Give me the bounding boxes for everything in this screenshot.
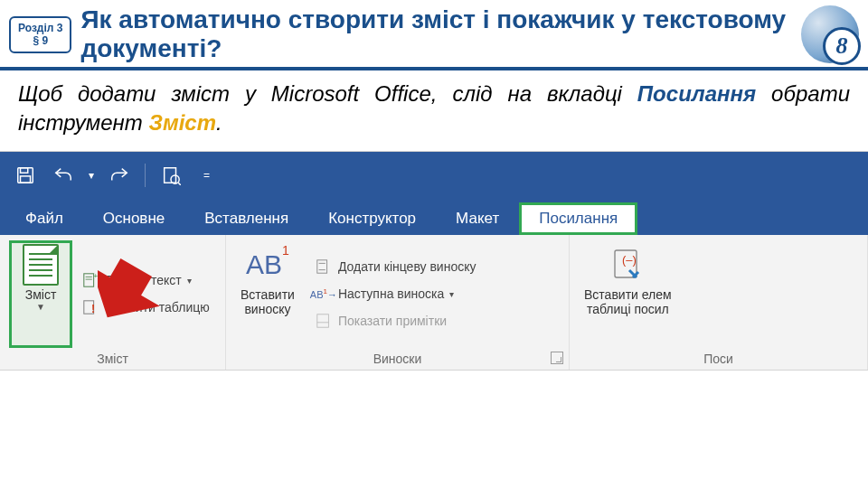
endnote-label: Додати кінцеву виноску — [338, 259, 476, 274]
next-footnote-label: Наступна виноска — [338, 286, 444, 301]
group-label-citations: Поси — [579, 348, 858, 366]
tab-references[interactable]: Посилання — [519, 202, 637, 235]
citation-l1: Вставити елем — [584, 287, 672, 302]
group-footnotes: AB1 Вставитивиноску Додати кінцеву винос… — [226, 235, 570, 370]
svg-rect-15 — [317, 314, 329, 327]
tab-design[interactable]: Конструктор — [308, 202, 436, 235]
redo-icon[interactable] — [107, 163, 132, 188]
show-notes-icon — [315, 312, 333, 330]
undo-dropdown-icon[interactable]: ▾ — [89, 169, 94, 182]
chevron-down-icon: ▾ — [449, 289, 454, 299]
tab-label: Вставлення — [204, 210, 288, 227]
ribbon-tabs: Файл Основне Вставлення Конструктор Маке… — [0, 199, 868, 235]
insert-footnote-l1: Вставити — [241, 287, 295, 302]
toc-doc-icon — [20, 244, 61, 286]
chevron-down-icon: ▼ — [36, 302, 45, 312]
svg-rect-12 — [317, 260, 327, 273]
tab-label: Посилання — [539, 210, 618, 227]
insert-footnote-button[interactable]: AB1 Вставитивиноску — [235, 240, 300, 348]
next-footnote-button[interactable]: AB1→ Наступна виноска ▾ — [313, 283, 478, 305]
ab-text: AB — [246, 249, 282, 279]
qat-customize-icon[interactable]: = — [203, 169, 210, 182]
chapter-badge: Розділ 3 § 9 — [9, 16, 71, 53]
tab-layout[interactable]: Макет — [436, 202, 519, 235]
show-notes-label: Показати примітки — [338, 314, 447, 328]
chevron-down-icon: ▾ — [187, 276, 192, 286]
svg-rect-2 — [21, 176, 31, 183]
group-label-toc: Зміст — [9, 348, 216, 366]
svg-text:(–): (–) — [622, 253, 637, 267]
tab-label: Конструктор — [328, 210, 416, 227]
next-footnote-icon: AB1→ — [315, 285, 333, 303]
insert-citation-button[interactable]: (–) Вставити елемтаблиці посил — [579, 240, 677, 348]
group-label-footnotes: Виноски — [235, 348, 560, 366]
insert-endnote-button[interactable]: Додати кінцеву виноску — [313, 256, 478, 277]
intro-paragraph: Щоб додати зміст у Microsoft Office, слі… — [0, 70, 868, 148]
grade-number: 8 — [823, 27, 861, 65]
citation-icon: (–) — [607, 244, 648, 286]
update-icon: ! — [81, 298, 99, 316]
endnote-icon — [315, 258, 333, 276]
show-notes-button[interactable]: Показати примітки — [313, 310, 478, 332]
page-title: Як автоматично створити зміст і покажчик… — [80, 5, 792, 63]
slide-header: Розділ 3 § 9 Як автоматично створити змі… — [0, 0, 868, 70]
tab-label: Основне — [103, 210, 165, 227]
save-icon[interactable] — [13, 163, 38, 188]
intro-text: Щоб додати зміст у — [18, 81, 271, 106]
tab-insert[interactable]: Вставлення — [184, 202, 308, 235]
toc-button-label: Зміст — [25, 287, 57, 302]
intro-text: . — [216, 110, 222, 135]
svg-line-5 — [178, 183, 181, 185]
svg-marker-19 — [98, 257, 170, 329]
dialog-launcher-icon[interactable] — [551, 352, 563, 364]
insert-footnote-l2: виноску — [244, 302, 290, 316]
add-text-icon: + — [81, 271, 99, 289]
chapter-text: Розділ 3 — [18, 22, 62, 34]
intro-text: , слід на вкладці — [431, 81, 637, 106]
toc-button[interactable]: Зміст ▼ — [9, 240, 72, 348]
tab-label: Макет — [456, 210, 499, 227]
ab-sup: 1 — [282, 243, 289, 258]
intro-product: Microsoft Office — [271, 81, 431, 106]
footnote-icon: AB1 — [247, 244, 288, 286]
section-text: § 9 — [18, 34, 62, 47]
undo-icon[interactable] — [51, 163, 76, 188]
open-icon[interactable] — [158, 163, 184, 188]
tab-home[interactable]: Основне — [83, 202, 184, 235]
svg-rect-6 — [84, 274, 94, 286]
citation-l2: таблиці посил — [587, 302, 669, 316]
qat-separator — [145, 164, 146, 187]
svg-text:!: ! — [91, 304, 95, 316]
intro-tool-name: Зміст — [148, 110, 216, 135]
grade-badge: 8 — [801, 5, 859, 63]
quick-access-toolbar: ▾ = — [0, 152, 868, 199]
group-citations: (–) Вставити елемтаблиці посил Поси — [570, 235, 868, 370]
svg-rect-1 — [21, 168, 28, 174]
tab-label: Файл — [25, 210, 63, 227]
intro-tab-name: Посилання — [637, 81, 756, 106]
tab-file[interactable]: Файл — [5, 202, 83, 235]
